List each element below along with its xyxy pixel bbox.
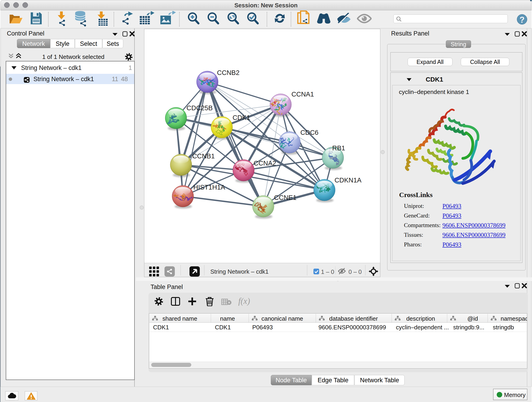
svg-text:CCNA2: CCNA2 xyxy=(254,160,276,167)
svg-text:HIST1H1A: HIST1H1A xyxy=(193,184,225,191)
svg-text:CDK1: CDK1 xyxy=(233,114,250,121)
svg-text:CCNA1: CCNA1 xyxy=(291,90,314,98)
svg-text:RB1: RB1 xyxy=(332,144,345,152)
svg-text:CDKN1A: CDKN1A xyxy=(335,177,361,184)
svg-text:CCNB1: CCNB1 xyxy=(192,153,215,160)
svg-text:CDC6: CDC6 xyxy=(300,129,318,136)
svg-text:CCNB2: CCNB2 xyxy=(217,69,239,76)
svg-text:CCNE1: CCNE1 xyxy=(274,194,297,201)
svg-text:CDC25B: CDC25B xyxy=(186,104,213,112)
